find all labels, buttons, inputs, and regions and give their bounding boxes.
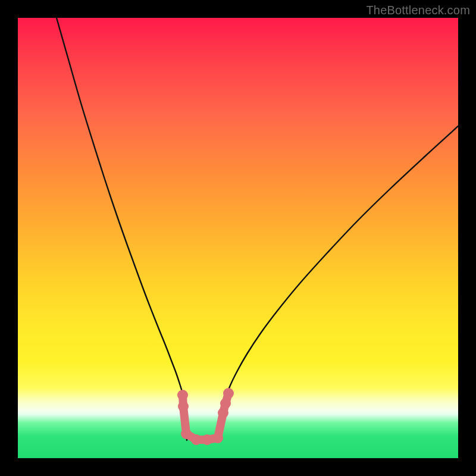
score-marker	[177, 390, 188, 400]
right-curve	[221, 126, 458, 440]
chart-frame: TheBottleneck.com	[0, 0, 476, 476]
chart-svg	[18, 18, 458, 458]
score-marker	[212, 433, 223, 443]
score-marker	[223, 388, 234, 399]
score-marker	[220, 398, 231, 409]
left-curve	[57, 18, 187, 440]
watermark: TheBottleneck.com	[366, 4, 470, 17]
score-marker	[181, 428, 192, 439]
score-marker	[218, 408, 228, 418]
score-marker	[178, 401, 189, 412]
score-marker	[191, 434, 202, 445]
score-marker	[202, 434, 212, 445]
